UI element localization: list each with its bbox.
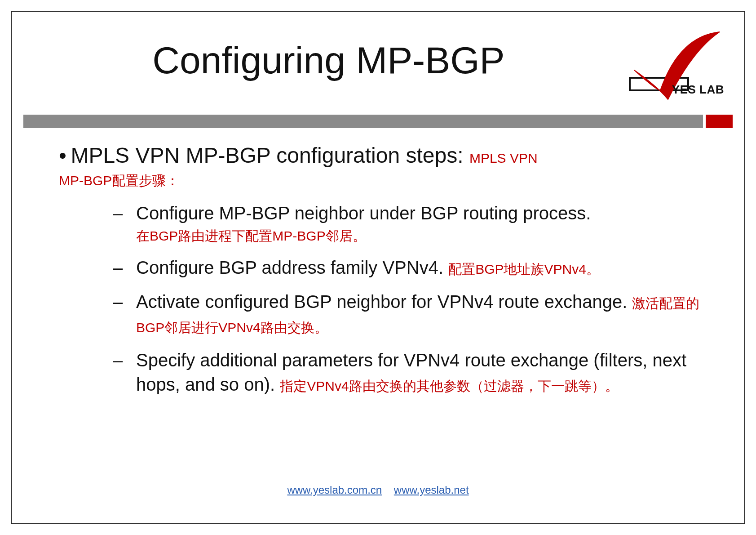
list-item: Activate configured BGP neighbor for VPN… xyxy=(113,290,704,338)
footer: www.yeslab.com.cn www.yeslab.net xyxy=(12,484,744,496)
divider-bar-gray xyxy=(23,115,703,128)
lead-zh-inline: MPLS VPN xyxy=(469,151,538,165)
step-en: Configure MP-BGP neighbor under BGP rout… xyxy=(136,203,591,223)
divider-bar-red xyxy=(706,115,733,128)
bullet-dot: • xyxy=(59,142,71,169)
lead-zh-block: MP-BGP配置步骤： xyxy=(59,172,704,190)
slide-frame: Configuring MP-BGP YES LAB •MPLS VPN MP-… xyxy=(11,11,745,524)
list-item: Configure BGP address family VPNv4. 配置BG… xyxy=(113,255,704,280)
steps-list: Configure MP-BGP neighbor under BGP rout… xyxy=(113,201,704,397)
step-zh: 在BGP路由进程下配置MP-BGP邻居。 xyxy=(136,227,704,245)
list-item: Configure MP-BGP neighbor under BGP rout… xyxy=(113,201,704,245)
content-area: •MPLS VPN MP-BGP configuration steps: MP… xyxy=(59,142,704,406)
page-title: Configuring MP-BGP xyxy=(39,39,619,82)
footer-link-2[interactable]: www.yeslab.net xyxy=(394,484,469,496)
lead-en: MPLS VPN MP-BGP configuration steps: xyxy=(71,143,463,167)
divider-bar xyxy=(23,115,733,128)
lead-line: •MPLS VPN MP-BGP configuration steps: MP… xyxy=(59,142,704,169)
step-zh: 配置BGP地址族VPNv4。 xyxy=(448,262,600,276)
footer-link-1[interactable]: www.yeslab.com.cn xyxy=(287,484,382,496)
brand-text: YES LAB xyxy=(672,83,724,97)
step-en: Activate configured BGP neighbor for VPN… xyxy=(136,292,627,312)
brand-logo: YES LAB xyxy=(625,27,724,104)
step-en: Configure BGP address family VPNv4. xyxy=(136,258,443,277)
step-zh: 指定VPNv4路由交换的其他参数（过滤器，下一跳等）。 xyxy=(280,379,618,393)
list-item: Specify additional parameters for VPNv4 … xyxy=(113,348,704,397)
